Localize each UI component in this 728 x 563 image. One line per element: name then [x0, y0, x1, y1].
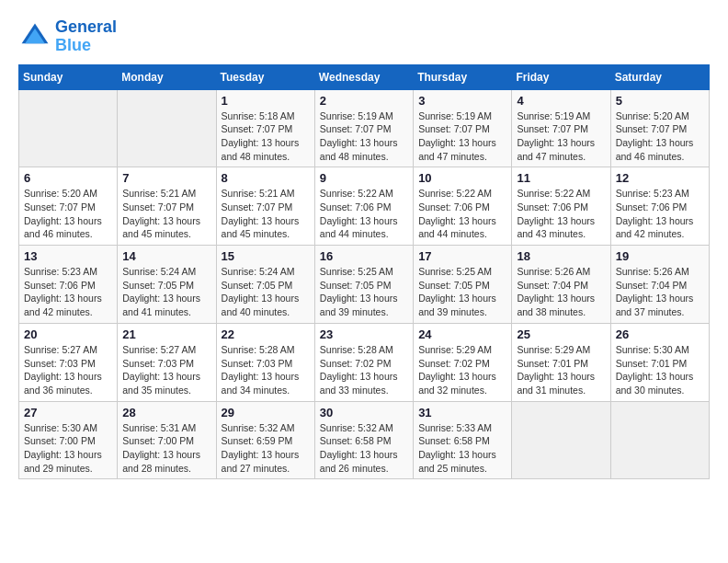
- calendar-cell: 17Sunrise: 5:25 AM Sunset: 7:05 PM Dayli…: [414, 246, 512, 324]
- calendar-cell: 15Sunrise: 5:24 AM Sunset: 7:05 PM Dayli…: [216, 246, 314, 324]
- calendar-week: 13Sunrise: 5:23 AM Sunset: 7:06 PM Dayli…: [19, 246, 710, 324]
- calendar-cell: 9Sunrise: 5:22 AM Sunset: 7:06 PM Daylig…: [314, 167, 413, 246]
- day-info: Sunrise: 5:19 AM Sunset: 7:07 PM Dayligh…: [320, 109, 408, 164]
- day-number: 5: [616, 94, 704, 108]
- calendar-cell: 29Sunrise: 5:32 AM Sunset: 6:59 PM Dayli…: [216, 401, 314, 479]
- day-number: 9: [320, 171, 408, 185]
- weekday-header: Thursday: [414, 64, 512, 89]
- day-number: 14: [122, 249, 210, 263]
- day-number: 24: [418, 327, 506, 341]
- calendar-cell: 12Sunrise: 5:23 AM Sunset: 7:06 PM Dayli…: [610, 167, 709, 246]
- day-info: Sunrise: 5:32 AM Sunset: 6:59 PM Dayligh…: [222, 421, 310, 476]
- calendar-cell: 16Sunrise: 5:25 AM Sunset: 7:05 PM Dayli…: [314, 246, 413, 324]
- day-number: 4: [517, 94, 605, 108]
- calendar-header: SundayMondayTuesdayWednesdayThursdayFrid…: [19, 64, 710, 89]
- day-number: 28: [122, 406, 210, 419]
- weekday-header: Sunday: [19, 64, 118, 89]
- day-info: Sunrise: 5:22 AM Sunset: 7:06 PM Dayligh…: [418, 187, 506, 241]
- calendar-cell: 11Sunrise: 5:22 AM Sunset: 7:06 PM Dayli…: [512, 167, 610, 246]
- logo-text: General Blue: [55, 18, 117, 55]
- day-info: Sunrise: 5:22 AM Sunset: 7:06 PM Dayligh…: [320, 187, 408, 241]
- day-number: 22: [222, 327, 310, 341]
- day-number: 25: [517, 327, 605, 341]
- day-info: Sunrise: 5:32 AM Sunset: 6:58 PM Dayligh…: [320, 421, 408, 476]
- day-number: 23: [320, 327, 408, 341]
- day-number: 27: [24, 406, 112, 419]
- day-number: 2: [320, 94, 408, 108]
- calendar-cell: 22Sunrise: 5:28 AM Sunset: 7:03 PM Dayli…: [216, 323, 314, 401]
- day-number: 20: [24, 327, 112, 341]
- day-info: Sunrise: 5:26 AM Sunset: 7:04 PM Dayligh…: [517, 265, 605, 319]
- calendar-week: 1Sunrise: 5:18 AM Sunset: 7:07 PM Daylig…: [19, 89, 710, 167]
- logo-icon: [18, 20, 51, 53]
- calendar-cell: 24Sunrise: 5:29 AM Sunset: 7:02 PM Dayli…: [414, 323, 512, 401]
- calendar-cell: 26Sunrise: 5:30 AM Sunset: 7:01 PM Dayli…: [610, 323, 709, 401]
- day-number: 21: [122, 327, 210, 341]
- weekday-header: Friday: [512, 64, 610, 89]
- calendar-cell: 21Sunrise: 5:27 AM Sunset: 7:03 PM Dayli…: [118, 323, 216, 401]
- day-info: Sunrise: 5:29 AM Sunset: 7:01 PM Dayligh…: [517, 343, 605, 397]
- calendar-week: 20Sunrise: 5:27 AM Sunset: 7:03 PM Dayli…: [19, 323, 710, 401]
- day-number: 12: [616, 171, 704, 185]
- day-number: 18: [517, 249, 605, 263]
- weekday-header: Saturday: [610, 64, 709, 89]
- day-info: Sunrise: 5:18 AM Sunset: 7:07 PM Dayligh…: [222, 109, 310, 164]
- day-number: 26: [616, 327, 704, 341]
- day-info: Sunrise: 5:29 AM Sunset: 7:02 PM Dayligh…: [418, 343, 506, 397]
- day-info: Sunrise: 5:33 AM Sunset: 6:58 PM Dayligh…: [418, 421, 506, 476]
- day-info: Sunrise: 5:21 AM Sunset: 7:07 PM Dayligh…: [222, 187, 310, 241]
- calendar-cell: 3Sunrise: 5:19 AM Sunset: 7:07 PM Daylig…: [414, 89, 512, 167]
- day-number: 19: [616, 249, 704, 263]
- day-number: 6: [24, 171, 112, 185]
- calendar-cell: 10Sunrise: 5:22 AM Sunset: 7:06 PM Dayli…: [414, 167, 512, 246]
- day-number: 10: [418, 171, 506, 185]
- calendar-week: 27Sunrise: 5:30 AM Sunset: 7:00 PM Dayli…: [19, 401, 710, 479]
- day-info: Sunrise: 5:27 AM Sunset: 7:03 PM Dayligh…: [24, 343, 112, 397]
- day-info: Sunrise: 5:24 AM Sunset: 7:05 PM Dayligh…: [122, 265, 210, 319]
- calendar-week: 6Sunrise: 5:20 AM Sunset: 7:07 PM Daylig…: [19, 167, 710, 246]
- calendar-cell: 28Sunrise: 5:31 AM Sunset: 7:00 PM Dayli…: [118, 401, 216, 479]
- day-info: Sunrise: 5:21 AM Sunset: 7:07 PM Dayligh…: [122, 187, 210, 241]
- day-number: 8: [222, 171, 310, 185]
- day-info: Sunrise: 5:19 AM Sunset: 7:07 PM Dayligh…: [517, 109, 605, 164]
- calendar-cell: 8Sunrise: 5:21 AM Sunset: 7:07 PM Daylig…: [216, 167, 314, 246]
- calendar-cell: [610, 401, 709, 479]
- day-number: 13: [24, 249, 112, 263]
- calendar-cell: 14Sunrise: 5:24 AM Sunset: 7:05 PM Dayli…: [118, 246, 216, 324]
- day-number: 31: [418, 406, 506, 419]
- day-number: 3: [418, 94, 506, 108]
- day-number: 17: [418, 249, 506, 263]
- day-info: Sunrise: 5:28 AM Sunset: 7:03 PM Dayligh…: [222, 343, 310, 397]
- weekday-header: Tuesday: [216, 64, 314, 89]
- day-number: 30: [320, 406, 408, 419]
- calendar-cell: 27Sunrise: 5:30 AM Sunset: 7:00 PM Dayli…: [19, 401, 118, 479]
- calendar-cell: 23Sunrise: 5:28 AM Sunset: 7:02 PM Dayli…: [314, 323, 413, 401]
- weekday-header: Monday: [118, 64, 216, 89]
- calendar-cell: 13Sunrise: 5:23 AM Sunset: 7:06 PM Dayli…: [19, 246, 118, 324]
- calendar-cell: [118, 89, 216, 167]
- day-info: Sunrise: 5:24 AM Sunset: 7:05 PM Dayligh…: [222, 265, 310, 319]
- calendar-cell: 20Sunrise: 5:27 AM Sunset: 7:03 PM Dayli…: [19, 323, 118, 401]
- weekday-header: Wednesday: [314, 64, 413, 89]
- calendar-cell: [512, 401, 610, 479]
- calendar-cell: [19, 89, 118, 167]
- day-info: Sunrise: 5:23 AM Sunset: 7:06 PM Dayligh…: [616, 187, 704, 241]
- day-info: Sunrise: 5:20 AM Sunset: 7:07 PM Dayligh…: [24, 187, 112, 241]
- day-info: Sunrise: 5:23 AM Sunset: 7:06 PM Dayligh…: [24, 265, 112, 319]
- day-info: Sunrise: 5:22 AM Sunset: 7:06 PM Dayligh…: [517, 187, 605, 241]
- calendar-cell: 5Sunrise: 5:20 AM Sunset: 7:07 PM Daylig…: [610, 89, 709, 167]
- day-number: 15: [222, 249, 310, 263]
- day-info: Sunrise: 5:25 AM Sunset: 7:05 PM Dayligh…: [418, 265, 506, 319]
- day-info: Sunrise: 5:19 AM Sunset: 7:07 PM Dayligh…: [418, 109, 506, 164]
- day-number: 16: [320, 249, 408, 263]
- calendar-cell: 2Sunrise: 5:19 AM Sunset: 7:07 PM Daylig…: [314, 89, 413, 167]
- day-info: Sunrise: 5:20 AM Sunset: 7:07 PM Dayligh…: [616, 109, 704, 164]
- calendar-cell: 7Sunrise: 5:21 AM Sunset: 7:07 PM Daylig…: [118, 167, 216, 246]
- calendar-cell: 30Sunrise: 5:32 AM Sunset: 6:58 PM Dayli…: [314, 401, 413, 479]
- day-info: Sunrise: 5:26 AM Sunset: 7:04 PM Dayligh…: [616, 265, 704, 319]
- calendar-cell: 4Sunrise: 5:19 AM Sunset: 7:07 PM Daylig…: [512, 89, 610, 167]
- day-info: Sunrise: 5:28 AM Sunset: 7:02 PM Dayligh…: [320, 343, 408, 397]
- day-number: 29: [222, 406, 310, 419]
- calendar-cell: 18Sunrise: 5:26 AM Sunset: 7:04 PM Dayli…: [512, 246, 610, 324]
- day-number: 11: [517, 171, 605, 185]
